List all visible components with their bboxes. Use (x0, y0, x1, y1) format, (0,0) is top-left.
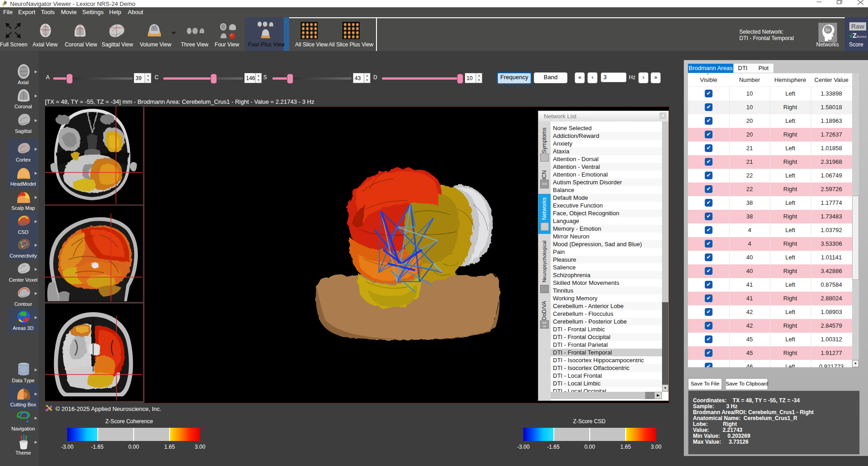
svg-text:Sx: Sx (825, 27, 830, 32)
